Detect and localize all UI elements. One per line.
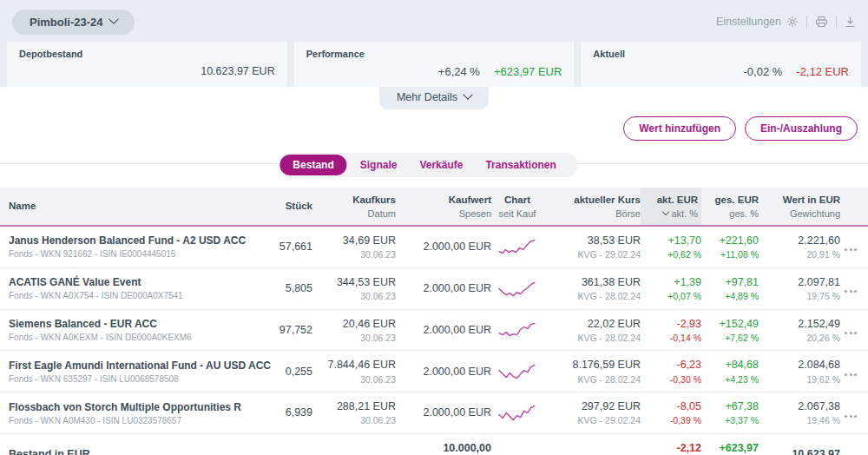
aktueller-kurs-value: 361,38 EUR	[543, 275, 641, 289]
column-header-menu-spacer	[840, 201, 861, 212]
position-name-link[interactable]: Flossbach von Storch Multiple Opportunit…	[9, 401, 264, 413]
row-menu-icon[interactable]	[845, 287, 857, 295]
kaufkurs-value: 34,69 EUR	[312, 234, 396, 247]
kaufwert-value: 2.000,00 EUR	[396, 281, 491, 295]
sparkline-chart	[498, 320, 536, 339]
chevron-down-icon	[463, 90, 472, 100]
sparkline-chart	[498, 238, 536, 256]
divider	[806, 16, 807, 28]
gear-icon	[786, 16, 799, 28]
akt-pct-value: -0,30 %	[641, 374, 701, 386]
wert-in-eur-value: 2.084,68	[759, 358, 840, 372]
wert-in-eur-value: 2.152,49	[759, 317, 840, 331]
akt-pct-value: +0,62 %	[641, 249, 701, 260]
akt-eur-value: -2,93	[641, 317, 701, 331]
kaufwert-value: 2.000,00 EUR	[396, 365, 491, 379]
card-performance: Performance +6,24 % +623,97 EUR	[294, 42, 575, 87]
tab-transaktionen[interactable]: Transaktionen	[476, 155, 565, 175]
row-menu-icon[interactable]	[845, 246, 857, 254]
sparkline-chart	[498, 280, 536, 298]
aktueller-kurs-value: 297,92 EUR	[543, 399, 641, 413]
position-name-link[interactable]: Janus Henderson Balanced Fund - A2 USD A…	[9, 234, 264, 247]
kaufwert-value: 2.000,00 EUR	[396, 323, 491, 337]
kauf-datum: 30.06.23	[312, 415, 396, 426]
summary-label: Bestand in EUR	[9, 448, 264, 455]
wert-in-eur-value: 2.067,38	[759, 399, 840, 413]
payment-button[interactable]: Ein-/Auszahlung	[745, 116, 858, 141]
more-details-button[interactable]: Mehr Details	[379, 87, 489, 109]
column-header-aktueller-kurs[interactable]: aktueller Kurs Börse	[543, 188, 641, 225]
column-header-kaufkurs[interactable]: Kaufkurs Datum	[312, 188, 396, 225]
stueck-value: 6,939	[264, 406, 312, 419]
row-menu-icon[interactable]	[845, 412, 857, 420]
depotbestand-value: 10.623,97 EUR	[201, 64, 274, 78]
stueck-value: 0,255	[264, 365, 312, 379]
stueck-value: 57,661	[264, 240, 312, 254]
aktuell-percent: -0,02 %	[744, 65, 783, 78]
aktueller-kurs-value: 22,02 EUR	[543, 317, 641, 331]
wert-in-eur-value: 2.097,81	[759, 275, 840, 289]
settings-label: Einstellungen	[716, 16, 781, 28]
column-header-chart: Chart seit Kauf	[491, 188, 543, 225]
card-label: Performance	[306, 49, 562, 59]
add-value-button[interactable]: Wert hinzufügen	[623, 116, 736, 141]
aktueller-kurs-value: 38,53 EUR	[543, 234, 641, 247]
column-header-name[interactable]: Name	[9, 194, 264, 219]
tab-bar: Bestand Signale Verkäufe Transaktionen	[278, 153, 577, 177]
position-name-link[interactable]: Siemens Balanced - EUR ACC	[9, 318, 264, 330]
summary-kaufwert: 10.000,00	[396, 442, 491, 454]
kaufkurs-value: 288,21 EUR	[312, 399, 396, 413]
portfolio-name: Pimboli-23-24	[30, 16, 103, 29]
akt-pct-value: -0,14 %	[641, 333, 701, 344]
tab-signale[interactable]: Signale	[351, 155, 407, 175]
tab-bestand[interactable]: Bestand	[279, 155, 346, 175]
column-header-ges-eur[interactable]: ges. EUR ges. %	[701, 188, 759, 225]
printer-icon	[815, 16, 828, 28]
divider	[836, 16, 837, 28]
aktuell-amount: -2,12 EUR	[796, 65, 849, 78]
portfolio-selector[interactable]: Pimboli-23-24	[12, 10, 135, 35]
column-header-wert-in-eur[interactable]: Wert in EUR Gewichtung	[759, 188, 840, 225]
settings-button[interactable]: Einstellungen	[716, 16, 799, 28]
export-button[interactable]	[845, 16, 856, 28]
stueck-value: 97,752	[264, 323, 312, 337]
kaufkurs-value: 344,53 EUR	[312, 275, 396, 289]
table-row: Siemens Balanced - EUR ACC Fonds - WKN A…	[0, 310, 868, 352]
summary-row-bestand: Bestand in EUR 10.000,00 0,00 -2,12 -0,0…	[0, 434, 868, 455]
position-info: Fonds - WKN A0X754 - ISIN DE000A0X7541	[9, 291, 264, 300]
ges-pct-value: +11,08 %	[701, 249, 759, 260]
akt-eur-value: +1,39	[641, 275, 701, 289]
ges-eur-value: +67,38	[701, 399, 759, 413]
gewichtung-value: 19,75 %	[759, 291, 840, 302]
table-row: Janus Henderson Balanced Fund - A2 USD A…	[0, 227, 868, 268]
position-info: Fonds - WKN 635297 - ISIN LU0068578508	[9, 374, 264, 384]
card-aktuell: Aktuell -0,02 % -2,12 EUR	[581, 42, 861, 87]
ges-pct-value: +7,62 %	[701, 333, 759, 344]
sort-descending-icon	[662, 208, 669, 215]
akt-eur-value: -8,05	[641, 399, 701, 413]
tab-verkaeufe[interactable]: Verkäufe	[410, 155, 472, 175]
gewichtung-value: 20,26 %	[759, 333, 840, 344]
column-header-akt-eur-sorted[interactable]: akt. EUR akt. %	[641, 188, 701, 225]
kaufwert-value: 2.000,00 EUR	[396, 406, 491, 419]
gewichtung-value: 20,91 %	[759, 249, 840, 260]
row-menu-icon[interactable]	[845, 371, 857, 379]
boerse-info: KVG - 29.02.24	[543, 249, 641, 260]
column-header-kaufwert[interactable]: Kaufwert Spesen	[396, 188, 491, 225]
card-label: Aktuell	[593, 49, 849, 59]
summary-ges-eur: +623,97	[701, 442, 759, 454]
kauf-datum: 30.06.23	[312, 333, 396, 344]
sparkline-chart	[498, 404, 536, 422]
row-menu-icon[interactable]	[845, 329, 857, 337]
position-name-link[interactable]: ACATIS GANÉ Value Event	[9, 276, 264, 288]
table-row: Flossbach von Storch Multiple Opportunit…	[0, 392, 868, 434]
boerse-info: KVG - 29.02.24	[543, 415, 641, 426]
boerse-info: KVG - 28.02.24	[543, 291, 641, 302]
kaufkurs-value: 20,46 EUR	[312, 317, 396, 331]
position-name-link[interactable]: First Eagle Amundi International Fund - …	[9, 359, 264, 372]
ges-eur-value: +152,49	[701, 317, 759, 331]
column-header-stueck[interactable]: Stück	[264, 194, 312, 219]
stueck-value: 5,805	[264, 281, 312, 295]
print-button[interactable]	[815, 16, 828, 28]
position-info: Fonds - WKN 921662 - ISIN IE0004445015	[9, 249, 264, 259]
